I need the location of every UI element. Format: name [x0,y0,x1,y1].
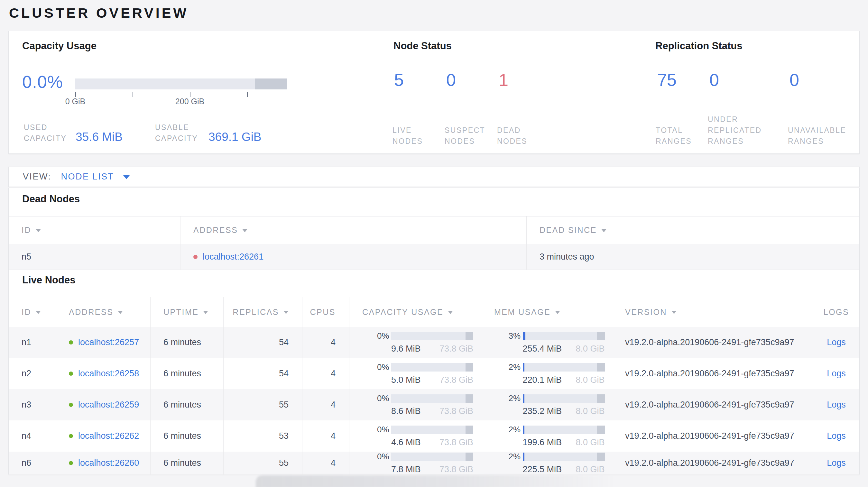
node-replicas: 54 [223,358,302,389]
replication-status-title: Replication Status [655,40,742,52]
node-address-cell: localhost:26262 [56,420,150,452]
logs-link[interactable]: Logs [827,458,846,468]
node-cpus: 4 [302,358,349,389]
suspect-nodes-count: 0 [446,70,456,90]
capacity-usage-title: Capacity Usage [22,40,96,52]
column-header-uptime[interactable]: UPTIME [150,297,223,327]
view-dropdown[interactable]: NODE LIST [61,172,130,182]
suspect-nodes-stat: 0 SUSPECT NODES [445,70,456,90]
capacity-bar [391,332,473,340]
total-ranges-stat: 75 TOTAL RANGES [656,70,677,90]
dead-status-icon [193,255,197,259]
live-nodes-count: 5 [394,70,404,90]
dead-nodes-heading: Dead Nodes [22,193,80,205]
capacity-bar [391,426,473,434]
nodes-panel: Dead Nodes ID ADDRESS DEAD SINCE n5 loca… [8,188,860,475]
node-replicas: 53 [223,420,302,452]
table-row: n2 localhost:26258 6 minutes 54 4 0% 5.0… [9,358,859,389]
capacity-usage-cell: 0% 9.6 MiB 73.8 GiB [349,327,481,358]
node-id: n2 [9,358,56,389]
dead-nodes-label: DEAD NODES [497,125,594,147]
node-version: v19.2.0-alpha.20190606-2491-gfe735c9a97 [612,389,813,420]
logs-cell: Logs [813,389,859,420]
memory-bar [523,453,605,461]
sort-desc-icon [203,311,208,314]
table-row: n6 localhost:26260 6 minutes 55 4 0% 7.8… [9,452,859,475]
node-address-link[interactable]: localhost:26260 [78,458,139,468]
cluster-summary-panel: Capacity Usage 0.0% 0 GiB 200 GiB USED C… [8,31,860,154]
column-header-version[interactable]: VERSION [612,297,813,327]
live-nodes-stat: 5 LIVE NODES [393,70,404,90]
capacity-bar [391,453,473,461]
node-version: v19.2.0-alpha.20190606-2491-gfe735c9a97 [612,420,813,452]
dead-since-value: 3 minutes ago [526,244,859,269]
live-nodes-heading: Live Nodes [22,274,75,286]
capacity-bar [391,363,473,371]
column-header-address[interactable]: ADDRESS [56,297,150,327]
table-row: n1 localhost:26257 6 minutes 54 4 0% 9.6… [9,327,859,358]
column-header-cpus: CPUS [302,297,349,327]
dead-nodes-stat: 1 DEAD NODES [497,70,508,90]
column-header-id[interactable]: ID [9,217,180,244]
sort-desc-icon [242,229,247,232]
column-header-logs: LOGS [813,297,859,327]
unavailable-ranges-stat: 0 UNAVAILABLE RANGES [788,70,799,90]
logs-link[interactable]: Logs [827,431,846,441]
memory-bar [523,363,605,371]
column-header-id[interactable]: ID [9,297,56,327]
node-cpus: 4 [302,327,349,358]
sort-desc-icon [448,311,453,314]
sort-desc-icon [36,311,41,314]
node-id: n1 [9,327,56,358]
node-address-link[interactable]: localhost:26258 [78,369,139,379]
logs-cell: Logs [813,420,859,452]
node-address-link[interactable]: localhost:26257 [78,337,139,347]
dead-nodes-table: ID ADDRESS DEAD SINCE n5 localhost:26261… [9,216,859,270]
sort-desc-icon [555,311,560,314]
unavailable-ranges-count: 0 [789,70,799,90]
mem-usage-cell: 2% 235.2 MiB 8.0 GiB [481,389,612,420]
axis-tick [75,92,76,97]
logs-link[interactable]: Logs [827,337,846,347]
node-uptime: 6 minutes [150,452,223,475]
live-status-icon [69,461,73,465]
node-cpus: 4 [302,420,349,452]
used-capacity-value: 35.6 MiB [75,130,123,144]
live-status-icon [69,340,73,345]
usable-capacity-label: USABLE CAPACITY [155,122,198,144]
capacity-usage-cell: 0% 5.0 MiB 73.8 GiB [349,358,481,389]
node-cpus: 4 [302,389,349,420]
column-header-address[interactable]: ADDRESS [180,217,526,244]
node-replicas: 54 [223,327,302,358]
column-header-capacity[interactable]: CAPACITY USAGE [349,297,481,327]
sort-desc-icon [118,311,123,314]
node-address-link[interactable]: localhost:26262 [78,431,139,441]
capacity-usage-cell: 0% 7.8 MiB 73.8 GiB [349,452,481,475]
table-header-row: ID ADDRESS UPTIME REPLICAS CPUS CAPACITY… [9,297,859,327]
node-address-link[interactable]: localhost:26261 [203,252,264,262]
capacity-summary-bar [75,78,287,90]
node-address-cell: localhost:26260 [56,452,150,475]
column-header-memory[interactable]: MEM USAGE [481,297,612,327]
axis-tick [190,92,190,97]
axis-tick-label: 200 GiB [162,97,217,106]
node-replicas: 55 [223,389,302,420]
chevron-down-icon [123,175,130,179]
live-nodes-table: ID ADDRESS UPTIME REPLICAS CPUS CAPACITY… [9,297,859,475]
sort-desc-icon [672,311,677,314]
logs-link[interactable]: Logs [827,400,846,410]
memory-bar [523,394,605,403]
column-header-replicas[interactable]: REPLICAS [223,297,302,327]
table-row: n5 localhost:26261 3 minutes ago [9,244,859,270]
node-uptime: 6 minutes [150,327,223,358]
unavailable-ranges-label: UNAVAILABLE RANGES [788,125,868,147]
logs-link[interactable]: Logs [827,369,846,379]
page-bottom-shadow [256,476,630,487]
node-id: n4 [9,420,56,452]
dead-nodes-count: 1 [499,70,508,90]
mem-usage-cell: 2% 199.6 MiB 8.0 GiB [481,420,612,452]
node-cpus: 4 [302,452,349,475]
node-address-link[interactable]: localhost:26259 [78,400,139,410]
column-header-dead-since[interactable]: DEAD SINCE [526,217,859,244]
table-row: n3 localhost:26259 6 minutes 55 4 0% 8.6… [9,389,859,420]
